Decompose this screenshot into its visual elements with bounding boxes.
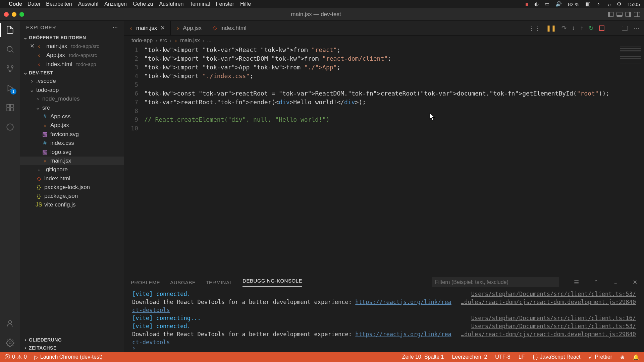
close-tab-icon[interactable]: ✕ [160,24,165,32]
pause-button[interactable]: ❚❚ [546,24,556,32]
status-eol[interactable]: LF [519,354,525,360]
minimap[interactable] [617,46,644,275]
tab-debug-console[interactable]: DEBUGGING-KONSOLE [243,278,302,287]
status-prettier[interactable]: ✓ Prettier [588,354,612,360]
filter-settings-icon[interactable]: ☰ [574,279,579,286]
toggle-primary-sidebar-button[interactable] [608,12,614,17]
open-editor-item[interactable]: ✕⬨App.jsxtodo-app/src [20,51,124,60]
source-location[interactable]: Users/stephan/Documents/src/client/clien… [471,314,636,322]
status-errors[interactable]: ⓧ 0 ⚠ 0 [5,354,27,361]
display-icon[interactable]: ▭ [545,1,549,7]
menu-bearbeiten[interactable]: Bearbeiten [46,1,72,7]
editor-more-icon[interactable]: ⋯ [633,24,639,32]
source-location[interactable]: …dules/react-dom/cjs/react-dom.developme… [461,330,636,338]
status-cursor-position[interactable]: Zeile 10, Spalte 1 [402,354,444,360]
account-icon[interactable] [5,318,15,328]
step-over-button[interactable]: ↷ [561,24,567,32]
recording-icon[interactable]: ■ [525,1,528,7]
toggle-secondary-sidebar-button[interactable] [625,12,631,17]
editor-tab[interactable]: ◇index.html [207,21,252,35]
editor-tab[interactable]: ⬨App.jsx [171,21,207,35]
panel-collapse-icon[interactable]: ⌃ [594,279,598,286]
open-editor-item[interactable]: ✕⬨index.htmltodo-app [20,60,124,69]
stop-button[interactable] [599,25,604,31]
menu-anzeigen[interactable]: Anzeigen [104,1,127,7]
tree-file-vite[interactable]: JSvite.config.js [20,200,124,209]
tree-file-pkg[interactable]: {}package.json [20,192,124,200]
control-center-icon[interactable]: ⚙ [617,1,621,7]
menu-terminal[interactable]: Terminal [190,1,210,7]
menu-ausfuehren[interactable]: Ausführen [159,1,183,7]
panel-close-icon[interactable]: ✕ [633,279,637,286]
menu-datei[interactable]: Datei [28,1,40,7]
editor-tab[interactable]: ⬨main.jsx✕ [124,21,171,35]
tree-file-app-css[interactable]: #App.css [20,112,124,121]
source-location[interactable]: Users/stephan/Documents/src/client/clien… [471,322,636,330]
clock[interactable]: 15:05 [627,1,640,7]
tree-folder-node-modules[interactable]: ›node_modules [20,95,124,103]
debug-console-output[interactable]: [vite] connected.Users/stephan/Documents… [124,289,644,344]
explorer-more-icon[interactable]: ⋯ [113,24,118,30]
tree-folder-todo-app[interactable]: ⌄todo-app [20,85,124,95]
tab-terminal[interactable]: TERMINAL [206,280,232,285]
maximize-window-button[interactable] [19,12,24,17]
status-feedback-icon[interactable]: ⊕ [620,354,625,360]
extensions-icon[interactable] [5,103,15,113]
menu-gehezu[interactable]: Gehe zu [133,1,153,7]
minimize-window-button[interactable] [12,12,16,17]
tree-file-index-html[interactable]: ◇index.html [20,174,124,183]
source-location[interactable]: Users/stephan/Documents/src/client/clien… [471,290,636,298]
step-out-button[interactable]: ↑ [580,24,583,32]
debug-repl-input[interactable]: › [124,344,644,352]
status-language[interactable]: { } JavaScript React [533,354,580,360]
app-name[interactable]: Code [9,1,22,7]
close-window-button[interactable] [4,12,9,17]
menu-fenster[interactable]: Fenster [216,1,234,7]
drag-handle-icon[interactable]: ⋮⋮ [529,24,541,32]
debug-filter-input[interactable] [432,277,559,287]
tree-file-main-jsx[interactable]: ⬨main.jsx [20,157,124,165]
wifi-icon[interactable]: ᯤ [597,1,602,7]
open-editors-section[interactable]: ⌄GEÖFFNETE EDITOREN [20,34,124,42]
search-activity-icon[interactable] [5,44,15,54]
remote-icon[interactable] [5,122,15,132]
breadcrumb[interactable]: todo-app› src› ⬨main.jsx› ... [124,36,644,46]
status-launch-config[interactable]: ▷ Launch Chrome (dev-test) [34,354,103,360]
tree-folder-vscode[interactable]: ›.vscode [20,77,124,85]
source-control-icon[interactable] [5,64,15,74]
tree-file-index-css[interactable]: #index.css [20,139,124,147]
restart-button[interactable]: ↻ [589,24,594,32]
volume-icon[interactable]: 🔊 [555,1,562,7]
search-icon[interactable]: ⌕ [608,1,611,7]
settings-gear-icon[interactable] [5,338,15,348]
project-section[interactable]: ⌄DEV-TEST [20,69,124,77]
split-editor-button[interactable] [622,26,628,31]
code-editor[interactable]: 12345678910 "tok-kw">import "tok-var">Re… [124,46,644,275]
timeline-section[interactable]: ›ZEITACHSE [20,344,124,352]
menu-hilfe[interactable]: Hilfe [240,1,251,7]
tree-file-logo[interactable]: ▧logo.svg [20,147,124,157]
panel-maximize-icon[interactable]: ⌄ [613,279,618,286]
open-editor-item[interactable]: ✕⬨main.jsxtodo-app/src [20,42,124,51]
tree-file-app-jsx[interactable]: ⬨App.jsx [20,121,124,130]
step-into-button[interactable]: ↓ [572,24,575,32]
menu-auswahl[interactable]: Auswahl [78,1,98,7]
tree-folder-src[interactable]: ⌄src [20,103,124,112]
tab-problems[interactable]: PROBLEME [131,280,160,285]
tree-file-pkg-lock[interactable]: {}package-lock.json [20,183,124,192]
status-indentation[interactable]: Leerzeichen: 2 [452,354,487,360]
run-debug-icon[interactable]: 1 [5,83,15,93]
status-bell-icon[interactable]: 🔔 [633,354,639,360]
battery-icon[interactable]: ▮▯ [585,1,591,7]
outline-section[interactable]: ›GLIEDERUNG [20,336,124,344]
close-icon[interactable]: ✕ [30,43,35,50]
tree-file-gitignore[interactable]: ⬩.gitignore [20,165,124,174]
tree-file-favicon[interactable]: ▧favicon.svg [20,130,124,139]
tab-output[interactable]: AUSGABE [170,280,196,285]
customize-layout-button[interactable] [634,12,640,17]
explorer-icon[interactable] [5,25,15,35]
dnd-icon[interactable]: ◐ [534,1,539,7]
toggle-panel-button[interactable] [616,12,623,17]
status-encoding[interactable]: UTF-8 [495,354,510,360]
source-location[interactable]: …dules/react-dom/cjs/react-dom.developme… [461,298,636,306]
